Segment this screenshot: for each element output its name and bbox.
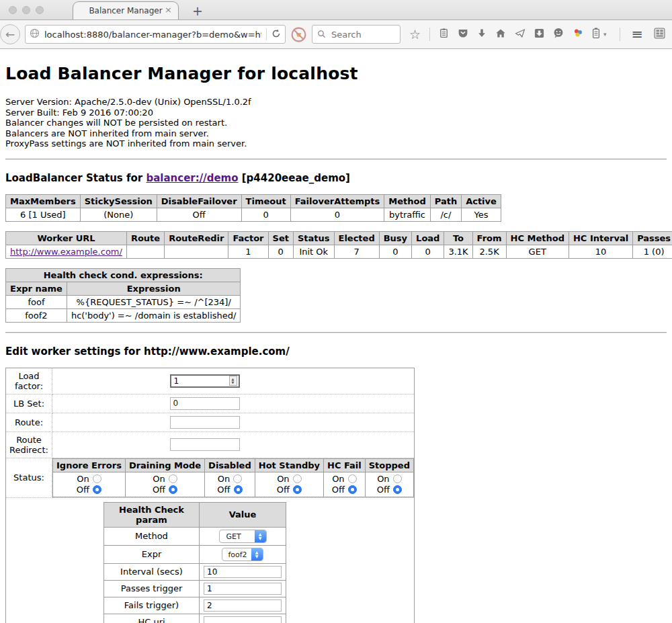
- table-cell: 0: [379, 245, 411, 258]
- hc-uri-label: HC uri: [104, 614, 200, 623]
- stopped-on-radio[interactable]: [393, 474, 402, 483]
- table-cell: GET: [506, 245, 569, 258]
- balancer-link[interactable]: balancer://demo: [146, 172, 238, 184]
- url-text[interactable]: localhost:8880/balancer-manager?b=demo&w…: [44, 30, 261, 40]
- route-input[interactable]: [170, 416, 240, 429]
- tab-close-icon[interactable]: ×: [165, 5, 172, 14]
- edit-worker-form: Load factor: 1 ▲▼ LB Set: Route: Route R…: [5, 368, 415, 623]
- maximize-window-button[interactable]: [36, 6, 44, 14]
- column-header: HC Method: [506, 231, 569, 245]
- column-header: MaxMembers: [6, 194, 81, 208]
- table-cell: Yes: [462, 208, 501, 221]
- chevron-down-icon[interactable]: ▾: [603, 31, 607, 38]
- browser-tab[interactable]: Balancer Manager ×: [73, 1, 179, 19]
- table-row: foof %{REQUEST_STATUS} =~ /^[234]/: [6, 295, 241, 308]
- passes-input[interactable]: [204, 583, 282, 595]
- column-header: HC Interval: [569, 231, 632, 245]
- form-row: Status: Ignore Errors Draining Mode Disa…: [6, 458, 415, 497]
- column-header: Busy: [379, 231, 411, 245]
- window-titlebar: Balancer Manager × +: [0, 0, 672, 20]
- radio-label: Off: [377, 485, 390, 495]
- column-header: Timeout: [241, 194, 290, 208]
- toolbar-divider: [429, 28, 430, 41]
- draining-mode-on-radio[interactable]: [169, 474, 177, 483]
- home-icon[interactable]: [495, 28, 506, 41]
- table-cell: (None): [80, 208, 157, 221]
- column-header: Set: [268, 231, 293, 245]
- column-header: Method: [384, 194, 430, 208]
- column-header: Passes: [633, 231, 672, 245]
- url-bar[interactable]: localhost:8880/balancer-manager?b=demo&w…: [25, 25, 286, 44]
- hot-standby-off-radio[interactable]: [293, 485, 302, 494]
- column-header: Route: [126, 231, 164, 245]
- new-tab-button[interactable]: +: [192, 5, 203, 17]
- hc-fail-on-radio[interactable]: [348, 474, 357, 483]
- column-header: HC Fail: [324, 458, 366, 472]
- minimize-window-button[interactable]: [22, 6, 30, 14]
- stopped-off-radio[interactable]: [393, 485, 402, 494]
- column-header: Disabled: [205, 458, 255, 472]
- route-redirect-input[interactable]: [170, 438, 240, 451]
- form-row: Health Check param Value Method GET ▲▼: [6, 497, 415, 623]
- addon-box-icon[interactable]: [534, 28, 544, 41]
- back-button[interactable]: ←: [0, 24, 20, 44]
- hot-standby-on-radio[interactable]: [293, 474, 302, 483]
- radio-label: Off: [332, 485, 345, 495]
- grid-addon-icon[interactable]: [654, 28, 665, 42]
- reading-list-icon[interactable]: [439, 28, 449, 41]
- balancer-params-table: MaxMembers StickySession DisableFailover…: [5, 194, 501, 222]
- bookmark-star-icon[interactable]: ☆: [409, 28, 421, 41]
- status-table: Ignore Errors Draining Mode Disabled Hot…: [52, 458, 414, 497]
- heading-text: [p4420eeae_demo]: [239, 172, 350, 184]
- number-spinner[interactable]: ▲▼: [229, 376, 237, 386]
- ignore-errors-on-radio[interactable]: [93, 474, 101, 483]
- disabled-on-radio[interactable]: [233, 474, 242, 483]
- search-input[interactable]: [330, 29, 390, 40]
- fails-input[interactable]: [204, 599, 282, 612]
- search-icon: [317, 28, 326, 41]
- page-title: Load Balancer Manager for localhost: [5, 64, 667, 83]
- divider: [5, 332, 667, 333]
- urlbar-divider: [266, 28, 267, 40]
- interval-input[interactable]: [204, 566, 282, 578]
- colors-addon-icon[interactable]: [573, 28, 583, 41]
- search-bar[interactable]: [312, 25, 401, 44]
- worker-url-link[interactable]: http://www.example.com/: [10, 247, 122, 257]
- form-row: Load factor: 1 ▲▼: [6, 368, 415, 394]
- hc-fail-off-radio[interactable]: [348, 485, 357, 494]
- method-select[interactable]: GET ▲▼: [219, 530, 267, 543]
- reload-icon[interactable]: [271, 28, 281, 41]
- route-redirect-label: Route Redirect:: [6, 431, 52, 458]
- load-factor-input[interactable]: 1 ▲▼: [170, 374, 240, 388]
- table-cell: bytraffic: [384, 208, 430, 221]
- column-header: From: [472, 231, 506, 245]
- block-icon[interactable]: [290, 26, 307, 43]
- downloads-icon[interactable]: [477, 28, 487, 41]
- method-label: Method: [104, 527, 200, 545]
- pocket-icon[interactable]: [458, 28, 468, 41]
- battery-addon-icon[interactable]: [592, 28, 600, 41]
- draining-mode-off-radio[interactable]: [169, 485, 177, 494]
- lb-set-input[interactable]: [170, 397, 240, 410]
- radio-label: Off: [217, 485, 230, 495]
- expr-select[interactable]: foof2 ▲▼: [222, 548, 263, 561]
- chat-icon[interactable]: [553, 28, 564, 41]
- send-icon[interactable]: [515, 28, 526, 41]
- table-cell: /c/: [430, 208, 461, 221]
- health-check-table: Health Check param Value Method GET ▲▼: [103, 502, 286, 623]
- column-header: Health Check param: [104, 502, 200, 527]
- worker-table: Worker URL Route RouteRedir Factor Set S…: [5, 231, 672, 259]
- hc-uri-input[interactable]: [204, 616, 282, 623]
- ignore-errors-off-radio[interactable]: [93, 485, 101, 494]
- table-cell: 3.1K: [444, 245, 472, 258]
- column-header: Elected: [334, 231, 379, 245]
- window-controls: [9, 6, 44, 14]
- form-row: Route Redirect:: [6, 431, 415, 458]
- close-window-button[interactable]: [9, 6, 17, 14]
- expr-value: hc('body') =~ /domain is established/: [67, 308, 241, 322]
- column-header: Load: [412, 231, 444, 245]
- select-stepper-icon: ▲▼: [255, 530, 266, 542]
- menu-icon[interactable]: ≡: [631, 26, 643, 42]
- radio-label: On: [377, 474, 389, 485]
- disabled-off-radio[interactable]: [234, 485, 243, 494]
